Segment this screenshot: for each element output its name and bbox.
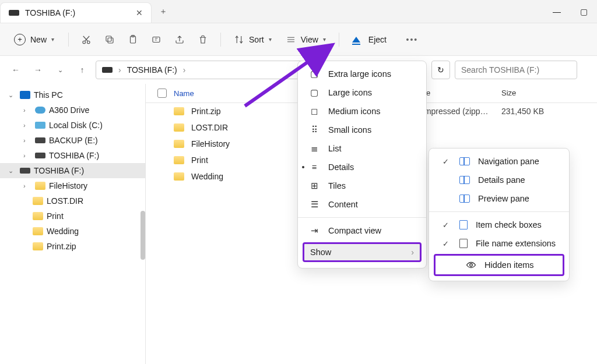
folder-icon — [174, 156, 184, 164]
menu-details-pane[interactable]: Details pane — [429, 171, 569, 189]
nav-a360[interactable]: ›A360 Drive — [0, 103, 145, 118]
nav-filehistory[interactable]: ›FileHistory — [0, 178, 145, 193]
nav-printzip[interactable]: Print.zip — [0, 239, 145, 254]
delete-button[interactable] — [192, 29, 213, 50]
square-icon: ▢ — [308, 88, 320, 97]
folder-icon — [33, 212, 43, 220]
eject-icon — [352, 37, 360, 43]
search-box[interactable] — [455, 61, 577, 79]
back-button[interactable]: ← — [7, 61, 24, 79]
menu-hidden-items[interactable]: Hidden items — [436, 256, 563, 274]
list-icon: ≣ — [308, 144, 320, 153]
folder-icon — [174, 172, 184, 181]
menu-compact-view[interactable]: ⇥Compact view — [298, 221, 426, 240]
up-button[interactable]: ↑ — [73, 61, 91, 79]
sort-icon — [234, 34, 244, 45]
window-tab[interactable]: TOSHIBA (F:) ✕ — [0, 2, 152, 23]
forward-button[interactable]: → — [29, 61, 47, 79]
check-icon: ✓ — [440, 239, 451, 248]
drive-icon — [9, 10, 19, 16]
plus-icon: + — [14, 34, 26, 45]
nav-toshiba-2[interactable]: ⌄TOSHIBA (F:) — [0, 163, 145, 178]
sort-label: Sort — [249, 35, 264, 44]
divider — [339, 33, 339, 47]
menu-small-icons[interactable]: ⠿Small icons — [298, 121, 426, 139]
menu-tiles[interactable]: ⊞Tiles — [298, 176, 426, 195]
menu-details[interactable]: ≡Details — [298, 158, 426, 176]
column-name[interactable]: Name — [174, 89, 194, 98]
show-submenu: ✓Navigation pane Details pane Preview pa… — [429, 148, 570, 281]
scrollbar-thumb[interactable] — [141, 211, 145, 260]
check-icon: ✓ — [440, 221, 451, 229]
folder-icon — [33, 227, 43, 235]
column-type[interactable]: Type — [414, 89, 501, 98]
nav-print[interactable]: Print — [0, 208, 145, 224]
refresh-button[interactable]: ↻ — [431, 61, 450, 79]
maximize-button[interactable]: ▢ — [570, 0, 597, 23]
menu-content[interactable]: ☰Content — [298, 195, 426, 214]
menu-large-icons[interactable]: ▢Large icons — [298, 83, 426, 102]
cloud-icon — [35, 107, 45, 114]
menu-list[interactable]: ≣List — [298, 139, 426, 158]
path-segment[interactable]: TOSHIBA (F:) — [127, 65, 177, 75]
folder-icon — [35, 182, 45, 190]
svg-point-7 — [470, 264, 473, 267]
pane-icon — [459, 195, 470, 203]
nav-wedding[interactable]: Wedding — [0, 224, 145, 239]
view-menu: ▢Extra large icons ▢Large icons ◻Medium … — [297, 61, 427, 268]
eject-button[interactable]: Eject — [346, 31, 392, 48]
nav-lostdir[interactable]: LOST.DIR — [0, 193, 145, 208]
folder-icon — [174, 123, 184, 132]
menu-file-name-extensions[interactable]: ✓File name extensions — [429, 234, 569, 253]
divider — [220, 33, 221, 47]
copy-button[interactable] — [99, 29, 120, 50]
paste-button[interactable] — [122, 29, 143, 50]
folder-icon — [174, 140, 184, 148]
toolbar: + New ▾ Sort ▾ View ▾ Eject ••• — [0, 23, 597, 56]
svg-point-1 — [87, 41, 90, 44]
disk-icon — [35, 122, 45, 129]
nav-local-c[interactable]: ›Local Disk (C:) — [0, 118, 145, 133]
view-label: View — [301, 35, 318, 44]
menu-extra-large-icons[interactable]: ▢Extra large icons — [298, 65, 426, 83]
menu-medium-icons[interactable]: ◻Medium icons — [298, 102, 426, 121]
column-size[interactable]: Size — [501, 89, 571, 98]
folder-icon — [33, 197, 43, 205]
zip-icon — [33, 242, 43, 250]
new-tab-button[interactable]: ＋ — [152, 0, 175, 23]
more-button[interactable]: ••• — [402, 29, 423, 50]
check-icon: ✓ — [440, 157, 451, 166]
search-input[interactable] — [461, 65, 571, 75]
square-icon: ▢ — [308, 69, 320, 79]
file-icon — [459, 239, 468, 248]
svg-rect-3 — [106, 36, 111, 41]
nav-backup-e[interactable]: ›BACKUP (E:) — [0, 133, 145, 148]
menu-show[interactable]: Show› — [303, 242, 422, 262]
select-all-checkbox[interactable] — [157, 89, 167, 98]
window-controls: — ▢ — [543, 0, 597, 23]
new-button[interactable]: + New ▾ — [7, 30, 61, 49]
menu-preview-pane[interactable]: Preview pane — [429, 189, 569, 208]
recent-button[interactable]: ⌄ — [51, 61, 69, 79]
zip-icon — [174, 107, 184, 115]
drive-icon — [102, 67, 113, 73]
navigation-pane[interactable]: ⌄This PC ›A360 Drive ›Local Disk (C:) ›B… — [0, 84, 146, 364]
menu-separator — [298, 217, 426, 218]
chevron-down-icon: ▾ — [51, 36, 54, 43]
share-button[interactable] — [169, 29, 190, 50]
menu-navigation-pane[interactable]: ✓Navigation pane — [429, 152, 569, 171]
minimize-button[interactable]: — — [543, 0, 570, 23]
rename-button[interactable] — [146, 29, 167, 50]
grid-icon: ⠿ — [308, 125, 320, 135]
view-button[interactable]: View ▾ — [280, 31, 332, 48]
drive-icon — [35, 137, 45, 143]
sort-button[interactable]: Sort ▾ — [228, 31, 278, 48]
menu-item-check-boxes[interactable]: ✓Item check boxes — [429, 215, 569, 234]
pane-icon — [459, 157, 470, 165]
nav-toshiba-1[interactable]: ›TOSHIBA (F:) — [0, 148, 145, 163]
nav-this-pc[interactable]: ⌄This PC — [0, 87, 145, 103]
cut-button[interactable] — [76, 29, 97, 50]
tab-title: TOSHIBA (F:) — [25, 8, 75, 17]
close-tab-icon[interactable]: ✕ — [136, 8, 143, 17]
svg-point-0 — [83, 41, 86, 44]
